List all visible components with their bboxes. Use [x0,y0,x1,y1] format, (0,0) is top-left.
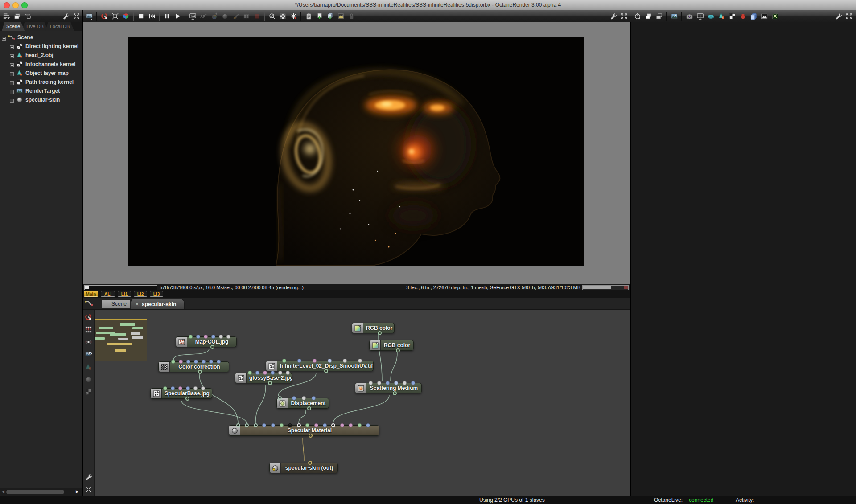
pause-icon[interactable] [161,11,172,22]
outliner-tab-local-db[interactable]: Local DB [45,22,74,31]
node-input-pin-connected[interactable] [308,461,312,465]
node-input-pin-blue[interactable] [194,360,198,364]
outliner-tab-scene[interactable]: Scene [2,22,25,31]
node-specular-base[interactable]: SpecularBase.jpg [150,388,212,399]
node-input-pin-blue[interactable] [312,396,316,400]
scroll-right-arrow-icon[interactable]: ▶ [76,489,79,494]
unlink-icon[interactable] [99,11,110,22]
kernel-icon[interactable] [727,11,737,22]
tree-item-infochannels-kernel[interactable]: Infochannels kernel [0,60,82,69]
node-input-pin-blue[interactable] [186,360,190,364]
render-viewport[interactable] [83,22,630,284]
node-input-pin-green[interactable] [248,371,252,375]
node-input-pin-gray[interactable] [193,386,198,390]
pass-tab-ali[interactable]: ALi [101,291,115,297]
node-input-pin-green[interactable] [282,359,286,363]
stop-icon[interactable] [136,11,146,22]
unlink-icon[interactable] [83,311,94,322]
expand-expander-icon[interactable] [10,98,14,102]
node-input-pin-gray[interactable] [278,371,282,375]
wrench-icon[interactable] [833,11,844,22]
pan-icon[interactable] [267,11,277,22]
tree-item-path-tracing-kernel[interactable]: Path tracing kernel [0,78,82,86]
node-input-pin-ring-light[interactable] [297,423,301,427]
node-input-pin-gray[interactable] [286,371,290,375]
node-input-pin-gray[interactable] [343,359,347,363]
node-output-pin[interactable] [378,331,382,335]
node-output-pin[interactable] [198,370,202,374]
render-view-icon[interactable] [83,349,94,360]
node-input-pin-pink[interactable] [178,386,182,390]
node-input-pin-green[interactable] [280,423,284,427]
node-input-pin-blue[interactable] [292,396,296,400]
expand-all-icon[interactable] [22,11,33,22]
fullscreen-icon[interactable] [83,484,94,495]
expand-expander-icon[interactable] [10,62,14,66]
node-input-pin-gray[interactable] [226,335,230,339]
node-specular-skin-out[interactable]: specular-skin (out) [269,463,338,473]
node-output-pin[interactable] [324,369,328,373]
node-specular-material[interactable]: Specular Material [229,425,379,436]
node-input-pin-green[interactable] [163,386,167,390]
node-scattering-medium[interactable]: Scattering Medium [355,383,422,393]
node-rgb-color-1[interactable]: RGB color [352,323,395,333]
pass-tab-li2[interactable]: Li2 [134,291,147,297]
resolution-icon[interactable] [695,11,705,22]
node-input-pin-gray[interactable] [358,359,362,363]
node-input-pin-pink[interactable] [314,423,318,427]
node-displacement[interactable]: Displacement [276,398,329,409]
pass-tab-li3[interactable]: Li3 [150,291,163,297]
layers-icon[interactable] [748,11,759,22]
node-input-pin-green[interactable] [189,335,193,339]
node-input-pin-blue[interactable] [209,360,213,364]
region-render-icon[interactable] [187,11,198,22]
play-icon[interactable] [172,11,183,22]
node-graph-minimap[interactable] [95,319,147,361]
node-input-pin-blue[interactable] [271,423,275,427]
camera-icon[interactable] [684,11,695,22]
node-input-pin-ring[interactable] [254,423,258,427]
node-input-pin-lightblue[interactable] [328,359,332,363]
expand-expander-icon[interactable] [10,45,14,49]
node-input-pin-pink[interactable] [204,335,208,339]
collapse-all-icon[interactable] [12,11,22,22]
fullscreen-icon[interactable] [71,11,82,22]
node-input-pin-blue[interactable] [196,335,200,339]
geometry-icon[interactable] [737,11,748,22]
node-input-pin-blue[interactable] [323,423,327,427]
node-glossy-base[interactable]: glossyBase-2.jpg [235,373,292,383]
timer-icon[interactable] [632,11,643,22]
node-map-col[interactable]: Map-COL.jpg [176,336,237,347]
node-input-pin-gray[interactable] [377,381,381,385]
pass-tab-li1[interactable]: Li1 [118,291,131,297]
node-input-pin-lightblue[interactable] [394,381,398,385]
wrench-icon[interactable] [83,471,94,482]
daylight-icon[interactable] [770,11,780,22]
node-input-pin-blue[interactable] [297,359,301,363]
node-output-pin[interactable] [185,397,189,401]
node-output-pin[interactable] [210,345,214,349]
node-input-pin-gray[interactable] [369,381,373,385]
tree-item-specular-skin[interactable]: specular-skin [0,95,82,104]
node-editor-tab-scene[interactable]: Scene [102,300,130,308]
node-input-pin-gray[interactable] [403,381,407,385]
node-input-pin-green[interactable] [358,423,362,427]
expand-expander-icon[interactable] [10,53,14,57]
node-input-pin-gray[interactable] [219,335,223,339]
expand-expander-icon[interactable] [10,71,14,75]
fullscreen-icon[interactable] [844,11,854,22]
node-graph-canvas[interactable]: RGB colorMap-COL.jpgRGB colorColor corre… [95,310,630,496]
render-image-icon[interactable] [84,11,95,22]
tree-item-direct-lighting-kernel[interactable]: Direct lighting kernel [0,42,82,51]
rendered-image[interactable] [128,37,584,266]
tree-item-rendertarget[interactable]: RenderTarget [0,86,82,95]
node-input-pin-green[interactable] [171,360,175,364]
environment-icon[interactable] [759,11,770,22]
rgb-cube-icon[interactable] [120,11,131,22]
node-output-pin[interactable] [396,348,400,352]
paste-node-icon[interactable] [654,11,664,22]
wrench-icon[interactable] [60,11,71,22]
node-rgb-color-2[interactable]: RGB color [369,340,414,351]
scroll-left-arrow-icon[interactable]: ◀ [1,489,4,494]
film-node-icon[interactable] [705,11,716,22]
